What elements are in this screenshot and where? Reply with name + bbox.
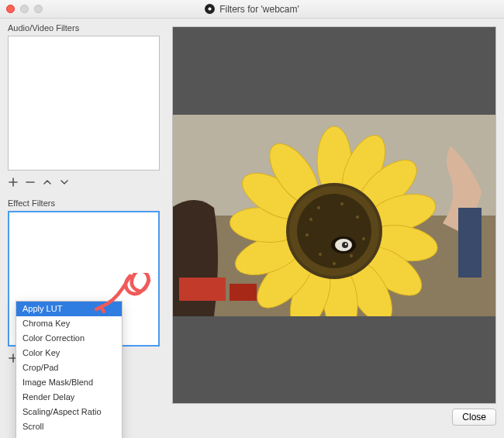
popup-item-crop-pad[interactable]: Crop/Pad — [16, 360, 122, 375]
popup-item-scaling-aspect-ratio[interactable]: Scaling/Aspect Ratio — [16, 405, 122, 419]
svg-point-21 — [297, 194, 371, 268]
obs-logo-icon — [205, 4, 215, 14]
add-filter-popup-menu[interactable]: Apply LUT Chroma Key Color Correction Co… — [16, 301, 123, 438]
popup-item-color-correction[interactable]: Color Correction — [16, 331, 122, 346]
svg-point-33 — [342, 242, 348, 248]
remove-av-filter-button[interactable] — [25, 177, 36, 188]
svg-point-26 — [362, 237, 365, 240]
bottom-button-row: Close — [172, 409, 496, 430]
close-window-icon[interactable] — [6, 5, 15, 13]
window-title: Filters for 'webcam' — [0, 4, 504, 15]
audio-video-controls — [8, 175, 164, 189]
right-panel: Close — [169, 19, 504, 438]
popup-item-render-delay[interactable]: Render Delay — [16, 390, 122, 405]
svg-point-28 — [319, 253, 322, 256]
svg-point-29 — [333, 262, 336, 265]
svg-point-23 — [340, 202, 343, 205]
effect-filters-label: Effect Filters — [8, 198, 164, 208]
svg-point-27 — [350, 254, 353, 257]
window-title-text: Filters for 'webcam' — [219, 4, 299, 15]
popup-item-color-key[interactable]: Color Key — [16, 346, 122, 360]
svg-rect-2 — [458, 208, 482, 278]
minimize-window-icon[interactable] — [20, 5, 29, 13]
svg-rect-4 — [230, 284, 257, 301]
add-av-filter-button[interactable] — [8, 177, 19, 188]
traffic-lights — [6, 5, 43, 13]
svg-point-22 — [317, 206, 320, 209]
move-down-av-filter-button[interactable] — [59, 177, 70, 188]
svg-rect-3 — [179, 278, 226, 301]
svg-point-30 — [309, 218, 312, 221]
window-titlebar: Filters for 'webcam' — [0, 0, 504, 19]
webcam-preview-image — [173, 115, 495, 316]
popup-item-chroma-key[interactable]: Chroma Key — [16, 316, 122, 331]
filter-preview — [172, 26, 496, 404]
popup-item-image-mask-blend[interactable]: Image Mask/Blend — [16, 375, 122, 390]
popup-item-scroll[interactable]: Scroll — [16, 419, 122, 434]
move-up-av-filter-button[interactable] — [42, 177, 53, 188]
audio-video-filters-list[interactable] — [8, 36, 160, 171]
maximize-window-icon[interactable] — [34, 5, 43, 13]
svg-point-34 — [345, 243, 347, 244]
popup-item-apply-lut[interactable]: Apply LUT — [16, 302, 122, 316]
svg-point-24 — [356, 216, 359, 219]
close-button[interactable]: Close — [452, 409, 496, 426]
svg-point-25 — [306, 233, 309, 236]
audio-video-filters-label: Audio/Video Filters — [8, 23, 164, 33]
popup-item-sharpen[interactable]: Sharpen — [16, 434, 122, 438]
